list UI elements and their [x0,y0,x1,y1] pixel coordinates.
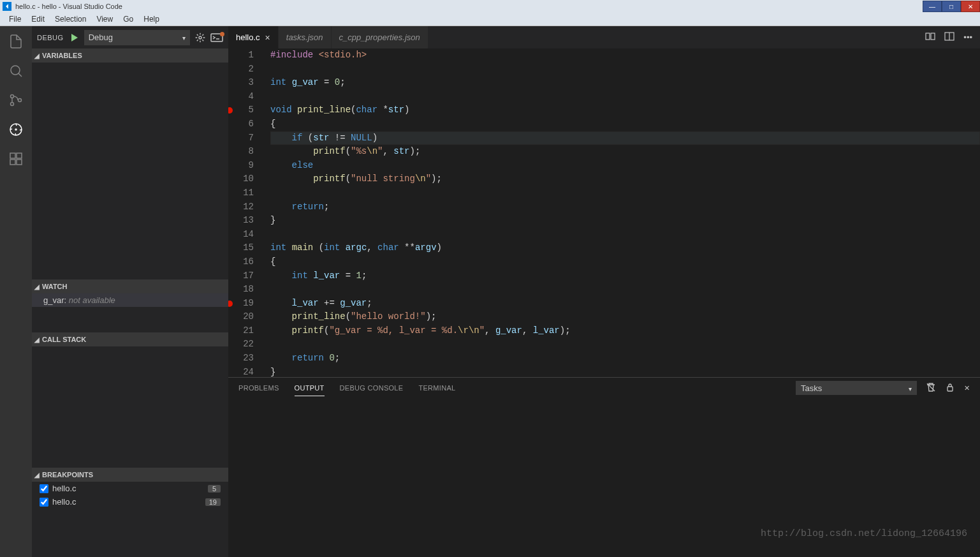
explorer-icon[interactable] [7,33,25,50]
section-watch-label: WATCH [42,283,68,290]
chevron-down-icon: ◢ [34,336,40,343]
code-line[interactable]: } [270,214,980,228]
code-line[interactable]: return 0; [270,352,980,366]
panel-tab-terminal[interactable]: TERMINAL [418,380,455,396]
tab[interactable]: hello.c× [228,26,279,48]
debug-console-icon[interactable] [210,33,223,42]
line-number[interactable]: 15 [228,241,254,255]
line-number[interactable]: 4 [228,90,254,104]
line-number[interactable]: 8 [228,145,254,159]
code-line[interactable] [270,186,980,200]
code-line[interactable]: } [270,366,980,377]
code-line[interactable]: int main (int argc, char **argv) [270,241,980,255]
menu-help[interactable]: Help [138,13,165,25]
panel-tab-problems[interactable]: PROBLEMS [238,380,279,396]
code-line[interactable]: int l_var = 1; [270,269,980,283]
code-line[interactable] [270,228,980,242]
line-number[interactable]: 20 [228,310,254,324]
compare-icon[interactable] [925,31,935,43]
line-number[interactable]: 23 [228,352,254,366]
menu-selection[interactable]: Selection [50,13,91,25]
line-number[interactable]: 16 [228,255,254,269]
section-variables-header[interactable]: ◢ VARIABLES [32,48,228,63]
clear-output-icon[interactable] [926,382,936,394]
minimize-button[interactable]: — [923,1,942,12]
code-line[interactable]: { [270,117,980,131]
line-number[interactable]: 5 [228,103,254,117]
line-number[interactable]: 24 [228,366,254,377]
line-number[interactable]: 7 [228,131,254,145]
line-number[interactable]: 12 [228,200,254,214]
split-icon[interactable] [944,31,954,43]
section-breakpoints-header[interactable]: ◢ BREAKPOINTS [32,468,228,482]
breakpoint-checkbox[interactable] [40,498,48,507]
close-button[interactable]: ✕ [961,1,980,12]
code-line[interactable] [270,90,980,104]
line-number[interactable]: 13 [228,214,254,228]
code-line[interactable]: void print_line(char *str) [270,103,980,117]
code-line[interactable] [270,338,980,352]
line-number[interactable]: 18 [228,283,254,297]
breakpoint-checkbox[interactable] [40,484,48,493]
code-line[interactable] [270,63,980,77]
code-line[interactable]: else [270,159,980,173]
tab[interactable]: c_cpp_properties.json [332,26,428,48]
section-callstack-header[interactable]: ◢ CALL STACK [32,332,228,346]
line-number[interactable]: 1 [228,48,254,63]
line-number[interactable]: 2 [228,63,254,77]
code-line[interactable]: int g_var = 0; [270,76,980,90]
section-callstack-label: CALL STACK [42,336,86,343]
code-line[interactable]: printf("%s\n", str); [270,145,980,159]
line-number[interactable]: 11 [228,186,254,200]
code-line[interactable]: if (str != NULL) [270,131,980,145]
search-icon[interactable] [7,62,25,80]
code-line[interactable]: #include <stdio.h> [270,48,980,63]
menu-view[interactable]: View [91,13,118,25]
line-number[interactable]: 17 [228,269,254,283]
code-line[interactable]: print_line("hello world!"); [270,310,980,324]
breakpoint-dot-icon[interactable] [228,107,233,114]
debug-settings-icon[interactable] [195,33,205,43]
breakpoint-dot-icon[interactable] [228,301,233,307]
code-line[interactable]: { [270,255,980,269]
close-panel-icon[interactable]: ✕ [964,384,970,392]
output-channel-select[interactable]: Tasks [796,381,917,395]
breakpoint-item[interactable]: hello.c5 [32,482,228,495]
code-line[interactable] [270,283,980,297]
panel-tab-debug-console[interactable]: DEBUG CONSOLE [340,380,404,396]
debug-icon[interactable] [7,121,25,138]
start-debug-button[interactable] [69,33,79,43]
line-number[interactable]: 14 [228,228,254,242]
extensions-icon[interactable] [7,150,25,168]
menu-file[interactable]: File [4,13,26,25]
debug-config-select[interactable]: Debug [84,30,190,45]
gutter[interactable]: 123456789101112131415161718192021222324 [228,48,265,377]
panel-tab-output[interactable]: OUTPUT [295,380,325,396]
chevron-down-icon [909,383,912,393]
watch-item[interactable]: g_var: not available [32,293,228,307]
more-icon[interactable]: ••• [963,33,972,42]
code-line[interactable]: printf("null string\n"); [270,172,980,186]
lock-scroll-icon[interactable] [945,382,955,394]
line-number[interactable]: 10 [228,172,254,186]
source-control-icon[interactable] [7,91,25,109]
code-line[interactable]: return; [270,200,980,214]
line-number[interactable]: 3 [228,76,254,90]
code[interactable]: #include <stdio.h>int g_var = 0;void pri… [265,48,980,377]
tab[interactable]: tasks.json [279,26,332,48]
editor[interactable]: 123456789101112131415161718192021222324 … [228,48,980,377]
line-number[interactable]: 19 [228,297,254,311]
line-number[interactable]: 21 [228,324,254,338]
code-line[interactable]: printf("g_var = %d, l_var = %d.\r\n", g_… [270,324,980,338]
code-line[interactable]: l_var += g_var; [270,297,980,311]
maximize-button[interactable]: □ [942,1,961,12]
menu-edit[interactable]: Edit [26,13,50,25]
chevron-down-icon [182,33,186,42]
line-number[interactable]: 9 [228,159,254,173]
line-number[interactable]: 22 [228,338,254,352]
section-watch-header[interactable]: ◢ WATCH [32,279,228,293]
line-number[interactable]: 6 [228,117,254,131]
close-icon[interactable]: × [265,33,270,43]
breakpoint-item[interactable]: hello.c19 [32,495,228,509]
menu-go[interactable]: Go [118,13,138,25]
